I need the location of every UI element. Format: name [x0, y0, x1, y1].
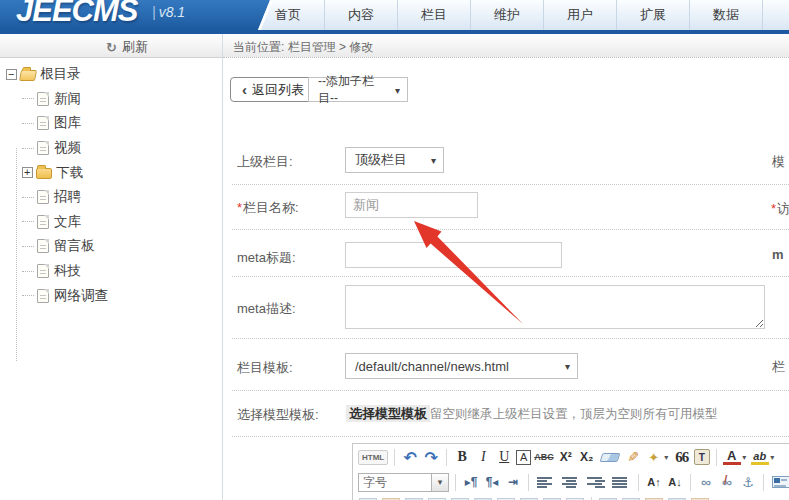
nav-tab[interactable]: 内容 — [325, 0, 398, 30]
tree-expander-icon[interactable] — [22, 246, 34, 247]
parent-channel-select[interactable]: 顶级栏目 — [345, 147, 444, 173]
tree-expander-icon[interactable] — [22, 221, 34, 222]
rich-text-editor: HTML↶↷BIUAABCX²X₂✎✦▾66TA▾ab▾ 字号▾▸¶¶◂⇥A↑A… — [352, 443, 789, 500]
editor-toolbar-button[interactable]: X₂ — [578, 447, 596, 467]
channel-tree: 根目录 新闻 图库 视频 — [6, 62, 218, 308]
nav-tab[interactable]: 模 — [763, 0, 789, 30]
editor-toolbar-button[interactable]: I — [474, 447, 492, 467]
editor-toolbar-button[interactable] — [446, 449, 447, 466]
nav-tab[interactable]: 维护 — [471, 0, 544, 30]
editor-toolbar-button[interactable]: ▾ — [741, 447, 748, 467]
tree-node[interactable]: 图库 — [22, 111, 218, 136]
tree-node[interactable]: 留言板 — [22, 234, 218, 259]
editor-toolbar-button[interactable]: ABC — [534, 447, 554, 467]
editor-toolbar-button[interactable] — [690, 474, 691, 491]
editor-toolbar-button[interactable]: ↷ — [422, 447, 440, 467]
tree-expander-icon[interactable] — [6, 69, 17, 80]
editor-toolbar-button[interactable]: A↓ — [666, 472, 684, 492]
tree-node[interactable]: 文库 — [22, 210, 218, 235]
tree-node-icon — [19, 70, 37, 81]
editor-toolbar-button[interactable] — [772, 476, 789, 488]
editor-toolbar-button[interactable] — [599, 453, 620, 462]
meta-description-textarea[interactable] — [345, 285, 765, 329]
editor-toolbar-button[interactable]: B — [453, 447, 471, 467]
editor-toolbar-button[interactable]: X² — [557, 447, 575, 467]
tree-node[interactable]: 下载 — [22, 160, 218, 185]
main-nav: 首页 内容 栏目 维护 用户 — [252, 0, 789, 30]
editor-toolbar-button[interactable]: ↶ — [401, 447, 419, 467]
tree-node-icon — [36, 168, 52, 179]
editor-toolbar-button[interactable]: ⚓ — [739, 472, 757, 492]
nav-tab[interactable]: 扩展 — [617, 0, 690, 30]
nav-tab[interactable]: 数据 — [690, 0, 763, 30]
nav-tab[interactable]: 用户 — [544, 0, 617, 30]
editor-toolbar-button[interactable]: ▾ — [663, 447, 670, 467]
editor-toolbar-button[interactable]: ✦ — [645, 447, 663, 467]
editor-toolbar-button[interactable]: ▾ — [431, 473, 449, 492]
editor-toolbar-button[interactable]: T — [694, 449, 710, 465]
add-child-channel-select[interactable]: --添加子栏目-- — [308, 77, 408, 102]
editor-toolbar-button[interactable] — [763, 474, 764, 491]
nav-tab[interactable]: 首页 — [252, 0, 325, 30]
tree-expander-icon[interactable] — [22, 271, 34, 272]
editor-toolbar-button[interactable]: A — [516, 450, 531, 465]
editor-toolbar-button[interactable] — [591, 497, 592, 500]
editor-toolbar-button[interactable]: ✎ — [624, 447, 642, 467]
choose-model-template-link[interactable]: 选择模型模板 — [346, 405, 430, 422]
channel-name-input[interactable] — [345, 192, 478, 218]
back-to-list-button[interactable]: ‹ 返回列表 — [230, 77, 316, 102]
editor-toolbar-button[interactable] — [562, 477, 580, 488]
tree-items: 根目录 新闻 图库 视频 — [6, 62, 218, 308]
editor-toolbar-button[interactable]: HTML — [358, 450, 388, 465]
tree-node[interactable]: 网络调查 — [22, 283, 218, 308]
tree-node[interactable]: 视频 — [22, 136, 218, 161]
editor-toolbar-button[interactable] — [716, 449, 717, 466]
tree-node-icon — [37, 264, 49, 278]
tree-node[interactable]: 新闻 — [22, 87, 218, 112]
tree-expander-icon[interactable] — [22, 123, 34, 124]
editor-toolbar-button[interactable]: 66 — [673, 447, 691, 467]
editor-toolbar-button[interactable]: ab — [751, 449, 769, 465]
editor-toolbar-button[interactable]: A — [723, 449, 741, 465]
editor-toolbar-button[interactable]: ▾ — [769, 447, 776, 467]
model-template-tip: 留空则继承上级栏目设置，顶层为空则所有可用模型 — [430, 407, 718, 421]
chevron-left-icon: ‹ — [242, 81, 247, 98]
tree-node-icon — [37, 116, 49, 130]
tree-expander-icon[interactable] — [22, 148, 34, 149]
editor-toolbar-button[interactable] — [537, 477, 555, 488]
editor-toolbar-button[interactable]: A↑ — [645, 472, 663, 492]
tree-expander-icon[interactable] — [22, 98, 34, 99]
editor-toolbar-button[interactable]: ∞ — [718, 472, 736, 492]
editor-toolbar-button[interactable]: 字号 — [358, 473, 432, 492]
tree-node[interactable]: 招聘 — [22, 185, 218, 210]
tree-node-label: 科技 — [54, 262, 81, 280]
row-separator — [232, 229, 789, 230]
nav-tab[interactable]: 栏目 — [398, 0, 471, 30]
channel-template-select[interactable]: /default/channel/news.html — [345, 353, 578, 379]
editor-toolbar-button[interactable] — [455, 474, 456, 491]
refresh-button[interactable]: ↻ 刷新 — [106, 38, 148, 56]
editor-toolbar-button[interactable]: ∞ — [697, 472, 715, 492]
tree-node-label: 根目录 — [40, 65, 81, 83]
breadcrumb-bar: 当前位置: 栏目管理 > 修改 — [223, 34, 789, 58]
tree-node-label: 网络调查 — [54, 287, 108, 305]
tree-node[interactable]: 科技 — [22, 259, 218, 284]
editor-toolbar-button[interactable]: ▸¶ — [462, 472, 480, 492]
editor-toolbar-button[interactable]: ⇥ — [504, 472, 522, 492]
tree-node-icon — [37, 239, 49, 253]
editor-toolbar-button[interactable] — [394, 449, 395, 466]
tree-node-icon — [37, 92, 49, 106]
editor-toolbar-button[interactable]: ¶◂ — [483, 472, 501, 492]
meta-title-input[interactable] — [345, 242, 562, 268]
tree-node[interactable]: 根目录 — [6, 62, 218, 87]
tree-expander-icon[interactable] — [22, 167, 33, 178]
tree-expander-icon[interactable] — [22, 295, 34, 296]
right-column-field-label: *访 — [771, 200, 789, 218]
editor-toolbar-button[interactable]: U — [495, 447, 513, 467]
editor-toolbar-button[interactable] — [612, 477, 630, 488]
editor-toolbar-button[interactable] — [528, 474, 529, 491]
editor-toolbar-button[interactable] — [587, 477, 605, 488]
channel-template-value: /default/channel/news.html — [355, 359, 509, 374]
tree-expander-icon[interactable] — [22, 197, 34, 198]
editor-toolbar-button[interactable] — [638, 474, 639, 491]
